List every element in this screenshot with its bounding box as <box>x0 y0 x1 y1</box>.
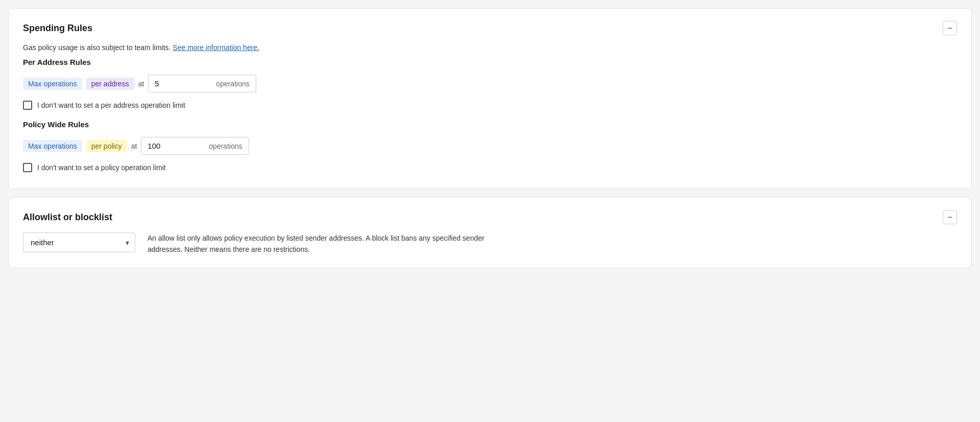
per-address-label: Per Address Rules <box>23 58 957 66</box>
policy-wide-at-label: at <box>131 142 137 150</box>
policy-wide-metric-badge: Max operations <box>23 140 82 152</box>
allowlist-description: An allow list only allows policy executi… <box>148 232 505 255</box>
spending-rules-header: Spending Rules − <box>23 21 957 35</box>
per-address-metric-badge: Max operations <box>23 78 82 90</box>
per-address-unit: operations <box>210 76 255 92</box>
policy-wide-input[interactable] <box>141 137 203 154</box>
per-address-checkbox-row: I don't want to set a per address operat… <box>23 101 957 110</box>
allowlist-collapse-button[interactable]: − <box>943 210 957 224</box>
allowlist-title: Allowlist or blocklist <box>23 212 112 223</box>
info-text: Gas policy usage is also subject to team… <box>23 43 957 52</box>
spending-rules-title: Spending Rules <box>23 23 92 34</box>
page-container: Spending Rules − Gas policy usage is als… <box>0 0 980 422</box>
policy-wide-scope-badge: per policy <box>86 140 127 152</box>
per-address-at-label: at <box>138 80 144 88</box>
per-address-input-wrapper: operations <box>148 75 256 92</box>
policy-wide-label: Policy Wide Rules <box>23 120 957 129</box>
allowlist-select-wrapper: neither allowlist blocklist ▾ <box>23 232 135 252</box>
allowlist-select[interactable]: neither allowlist blocklist <box>23 232 135 252</box>
per-address-rule-row: Max operations per address at operations <box>23 75 957 92</box>
policy-wide-section: Policy Wide Rules Max operations per pol… <box>23 120 957 172</box>
policy-wide-checkbox-label: I don't want to set a policy operation l… <box>37 163 166 172</box>
policy-wide-rule-row: Max operations per policy at operations <box>23 137 957 155</box>
policy-wide-checkbox-row: I don't want to set a policy operation l… <box>23 163 957 172</box>
info-link[interactable]: See more information here. <box>173 43 259 52</box>
policy-wide-input-wrapper: operations <box>141 137 249 155</box>
spending-rules-card: Spending Rules − Gas policy usage is als… <box>8 8 972 189</box>
allowlist-content: neither allowlist blocklist ▾ An allow l… <box>23 232 957 255</box>
policy-wide-checkbox[interactable] <box>23 163 32 172</box>
allowlist-header: Allowlist or blocklist − <box>23 210 957 224</box>
per-address-scope-badge: per address <box>86 78 134 90</box>
per-address-input[interactable] <box>149 75 210 92</box>
per-address-checkbox[interactable] <box>23 101 32 110</box>
allowlist-card: Allowlist or blocklist − neither allowli… <box>8 197 972 268</box>
spending-rules-collapse-button[interactable]: − <box>943 21 957 35</box>
policy-wide-unit: operations <box>203 138 248 154</box>
per-address-checkbox-label: I don't want to set a per address operat… <box>37 101 185 109</box>
